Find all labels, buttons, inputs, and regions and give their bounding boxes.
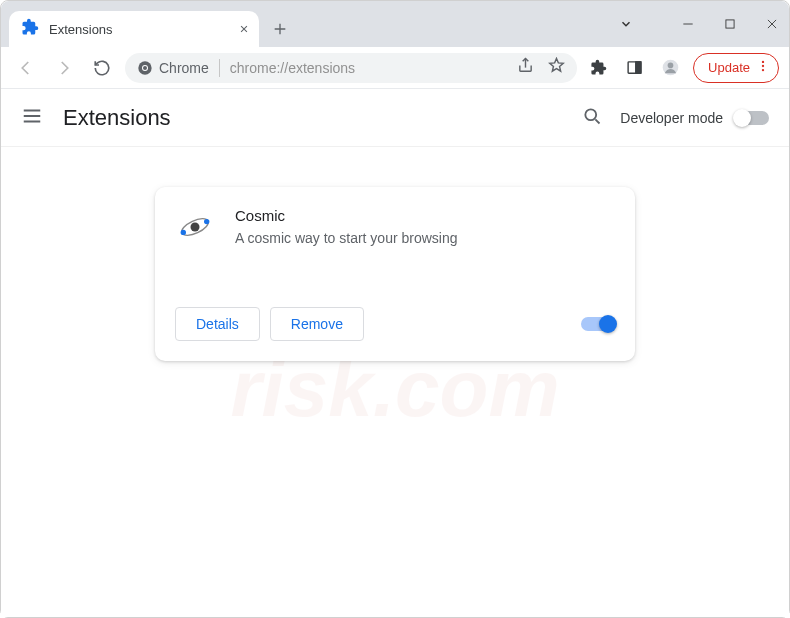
details-button[interactable]: Details	[175, 307, 260, 341]
remove-button[interactable]: Remove	[270, 307, 364, 341]
extension-info: Cosmic A cosmic way to start your browsi…	[235, 207, 615, 247]
search-button[interactable]	[582, 106, 602, 130]
maximize-button[interactable]	[721, 15, 739, 33]
svg-point-10	[762, 69, 764, 71]
svg-point-8	[762, 61, 764, 63]
developer-mode-label: Developer mode	[620, 110, 723, 126]
extension-header: Cosmic A cosmic way to start your browsi…	[175, 207, 615, 247]
svg-point-15	[204, 219, 209, 224]
omnibox-divider	[219, 59, 220, 77]
svg-point-11	[586, 109, 597, 120]
update-label: Update	[708, 60, 750, 75]
svg-point-14	[181, 230, 186, 235]
svg-rect-5	[635, 62, 640, 73]
tab-title: Extensions	[49, 22, 229, 37]
titlebar: Extensions	[1, 1, 789, 47]
extension-toggle[interactable]	[581, 317, 615, 331]
svg-point-13	[191, 223, 200, 232]
omnibox-url: chrome://extensions	[230, 60, 507, 76]
page-header: Extensions Developer mode	[1, 89, 789, 147]
extension-description: A cosmic way to start your browsing	[235, 230, 615, 246]
developer-mode-toggle[interactable]	[735, 111, 769, 125]
page-header-right: Developer mode	[582, 106, 769, 130]
back-button[interactable]	[11, 53, 41, 83]
tab-close-button[interactable]	[239, 20, 249, 38]
omnibox[interactable]: Chrome chrome://extensions	[125, 53, 577, 83]
extension-card: Cosmic A cosmic way to start your browsi…	[155, 187, 635, 361]
reload-button[interactable]	[87, 53, 117, 83]
extensions-grid: PC risk.com Cosmic A cosmi	[1, 147, 789, 617]
forward-button[interactable]	[49, 53, 79, 83]
new-tab-button[interactable]	[265, 14, 295, 44]
omnibox-scheme: Chrome	[137, 60, 209, 76]
browser-window: Extensions	[0, 0, 790, 618]
toolbar-right: Update	[585, 53, 779, 83]
extensions-tab-icon	[21, 18, 39, 40]
browser-tab[interactable]: Extensions	[9, 11, 259, 47]
bookmark-icon[interactable]	[548, 57, 565, 78]
share-icon[interactable]	[517, 57, 534, 78]
page-title: Extensions	[63, 105, 171, 131]
omnibox-actions	[517, 57, 565, 78]
menu-icon	[756, 59, 770, 76]
extensions-button[interactable]	[585, 55, 611, 81]
minimize-button[interactable]	[679, 15, 697, 33]
profile-button[interactable]	[657, 55, 683, 81]
svg-point-7	[667, 63, 673, 69]
tab-search-button[interactable]	[617, 15, 635, 33]
svg-point-3	[143, 66, 147, 70]
extension-actions: Details Remove	[175, 307, 615, 341]
close-window-button[interactable]	[763, 15, 781, 33]
window-controls	[617, 1, 781, 47]
chrome-icon	[137, 60, 153, 76]
extension-icon	[175, 207, 215, 247]
extensions-page: Extensions Developer mode PC risk.com	[1, 89, 789, 617]
update-button[interactable]: Update	[693, 53, 779, 83]
side-panel-button[interactable]	[621, 55, 647, 81]
menu-button[interactable]	[21, 105, 43, 131]
developer-mode: Developer mode	[620, 110, 769, 126]
extension-name: Cosmic	[235, 207, 615, 224]
omnibox-scheme-label: Chrome	[159, 60, 209, 76]
svg-rect-0	[726, 20, 734, 28]
svg-point-9	[762, 65, 764, 67]
toolbar: Chrome chrome://extensions Update	[1, 47, 789, 89]
